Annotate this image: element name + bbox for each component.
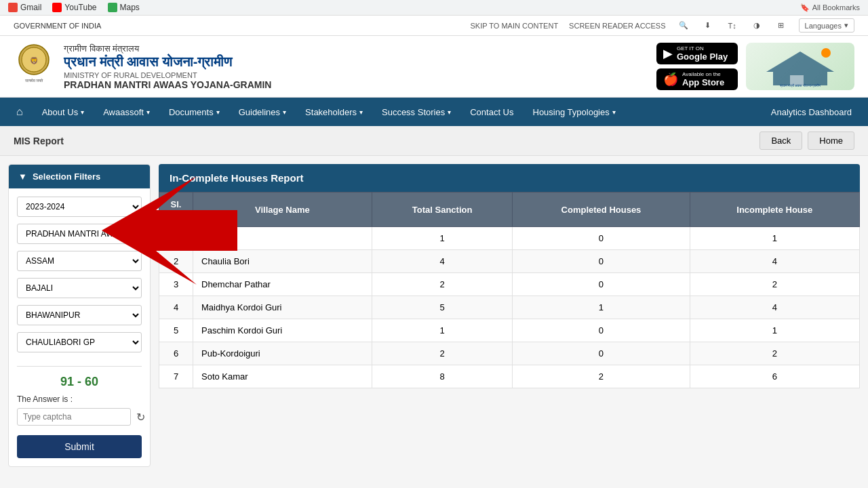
nav-contact-us[interactable]: Contact Us	[460, 99, 523, 125]
col-completed: Completed Houses	[513, 192, 690, 227]
submit-button[interactable]: Submit	[17, 435, 142, 458]
cell-incomplete: 6	[690, 365, 860, 388]
col-village: Village Name	[193, 192, 372, 227]
gmail-tab[interactable]: Gmail	[8, 3, 41, 12]
header-right: ▶ GET IT ON Google Play 🍎 Available on t…	[656, 43, 854, 90]
gp-select[interactable]: CHAULIABORI GP	[17, 332, 142, 352]
main-nav: ⌂ About Us ▾ Awaassoft ▾ Documents ▾ Gui…	[0, 98, 868, 126]
guidelines-arrow: ▾	[283, 108, 286, 116]
nav-stakeholders-label: Stakeholders	[305, 107, 357, 117]
block-select[interactable]: BHAWANIPUR	[17, 305, 142, 325]
search-icon[interactable]: 🔍	[677, 19, 690, 33]
screen-reader-access[interactable]: SCREEN READER ACCESS	[569, 22, 665, 30]
download-icon[interactable]: ⬇	[701, 19, 715, 33]
cell-incomplete: 4	[690, 296, 860, 319]
skip-to-main[interactable]: SKIP TO MAIN CONTENT	[471, 22, 559, 30]
maps-favicon	[108, 3, 117, 12]
cell-incomplete: 1	[690, 227, 860, 250]
cell-sl: 5	[159, 319, 193, 342]
cell-village: Pub-Kordoiguri	[193, 342, 372, 365]
nav-analytics[interactable]: Analytics Dashboard	[762, 99, 861, 125]
sitemap-icon[interactable]: ⊞	[774, 19, 788, 33]
year-select[interactable]: 2023-2024	[17, 197, 142, 217]
nav-success-stories[interactable]: Success Stories ▾	[372, 99, 460, 125]
google-play-icon: ▶	[663, 46, 673, 61]
scheme-select[interactable]: PRADHAN MANTRI AW...	[17, 224, 142, 244]
cell-incomplete: 2	[690, 273, 860, 296]
maps-tab[interactable]: Maps	[108, 3, 140, 12]
cell-village: Dhemchar Pathar	[193, 273, 372, 296]
cell-total: 1	[372, 227, 513, 250]
bookmarks-button[interactable]: 🔖 All Bookmarks	[800, 3, 860, 12]
nav-housing-typologies[interactable]: Housing Typologies ▾	[524, 99, 625, 125]
table-row: 2 Chaulia Bori 4 0 4	[159, 250, 860, 273]
housing-typologies-arrow: ▾	[612, 108, 616, 116]
cell-total: 8	[372, 365, 513, 388]
nav-guidelines-label: Guidelines	[239, 107, 280, 117]
cell-total: 5	[372, 296, 513, 319]
cell-total: 1	[372, 319, 513, 342]
site-header: 🦁 सत्यमेव जयते ग्रामीण विकास मंत्रालय प्…	[0, 36, 868, 98]
cell-incomplete: 2	[690, 342, 860, 365]
table-row: 6 Pub-Kordoiguri 2 0 2	[159, 342, 860, 365]
gmail-label: Gmail	[20, 3, 41, 12]
captcha-label: The Answer is :	[17, 394, 142, 404]
state-select[interactable]: ASSAM	[17, 251, 142, 271]
app-store-badge[interactable]: 🍎 Available on the App Store	[656, 68, 738, 90]
header-left: 🦁 सत्यमेव जयते ग्रामीण विकास मंत्रालय प्…	[14, 43, 271, 90]
gmail-favicon	[8, 3, 18, 12]
nav-awaassoft[interactable]: Awaassoft ▾	[94, 99, 159, 125]
table-body: 1 Bangti 1 0 1 2 Chaulia Bori 4 0 4 3 Dh…	[159, 227, 860, 388]
table-head: Sl. No. Village Name Total Sanction Comp…	[159, 192, 860, 227]
success-stories-arrow: ▾	[448, 108, 451, 116]
nav-stakeholders[interactable]: Stakeholders ▾	[296, 99, 372, 125]
captcha-input[interactable]	[17, 408, 131, 426]
col-incomplete: Incomplete House	[690, 192, 860, 227]
filter-icon: ▼	[18, 171, 27, 182]
nav-documents[interactable]: Documents ▾	[159, 99, 229, 125]
cell-village: Paschim Kordoi Guri	[193, 319, 372, 342]
table-row: 4 Maidhya Kordoi Guri 5 1 4	[159, 296, 860, 319]
main-title: प्रधान मंत्री आवास योजना-ग्रामीण	[64, 54, 271, 70]
cell-village: Chaulia Bori	[193, 250, 372, 273]
nav-about-us[interactable]: About Us ▾	[33, 99, 94, 125]
cell-sl: 4	[159, 296, 193, 319]
nav-guidelines[interactable]: Guidelines ▾	[229, 99, 296, 125]
font-size-icon[interactable]: T↕	[726, 19, 739, 33]
refresh-icon[interactable]: ↻	[136, 411, 145, 424]
cell-completed: 0	[513, 227, 690, 250]
languages-label: Languages	[805, 22, 842, 30]
table-header: In-Complete Houses Report	[159, 164, 860, 192]
table-section: In-Complete Houses Report Sl. No. Villag…	[159, 164, 860, 467]
cell-completed: 2	[513, 365, 690, 388]
bookmarks-label: All Bookmarks	[812, 3, 860, 12]
youtube-tab[interactable]: YouTube	[52, 3, 96, 12]
nav-awaassoft-label: Awaassoft	[103, 107, 144, 117]
district-select[interactable]: BAJALI	[17, 278, 142, 298]
col-total: Total Sanction	[372, 192, 513, 227]
google-play-badge[interactable]: ▶ GET IT ON Google Play	[656, 43, 738, 64]
top-links: SKIP TO MAIN CONTENT SCREEN READER ACCES…	[471, 18, 854, 33]
cell-total: 2	[372, 342, 513, 365]
mis-title: MIS Report	[14, 136, 64, 146]
browser-tab-bar: Gmail YouTube Maps 🔖 All Bookmarks	[0, 0, 868, 16]
ministry-label: MINISTRY OF RURAL DEVELOPMENT	[64, 71, 271, 79]
cell-sl: 7	[159, 365, 193, 388]
mis-btn-group: Back Home	[760, 131, 854, 150]
nav-housing-typologies-label: Housing Typologies	[533, 107, 610, 117]
contrast-icon[interactable]: ◑	[750, 19, 764, 33]
sidebar-body: 2023-2024 PRADHAN MANTRI AW... ASSAM BAJ…	[9, 188, 150, 466]
sidebar: ▼ Selection Filters 2023-2024 PRADHAN MA…	[8, 164, 151, 467]
back-button[interactable]: Back	[760, 131, 802, 150]
nav-about-us-label: About Us	[42, 107, 78, 117]
home-button[interactable]: Home	[808, 131, 854, 150]
apple-icon: 🍎	[663, 72, 678, 87]
languages-button[interactable]: Languages ▾	[799, 18, 854, 33]
table-row: 5 Paschim Kordoi Guri 1 0 1	[159, 319, 860, 342]
mis-bar: MIS Report Back Home	[0, 126, 868, 156]
cell-sl: 2	[159, 250, 193, 273]
nav-home[interactable]: ⌂	[7, 98, 33, 126]
cell-village: Bangti	[193, 227, 372, 250]
cell-total: 4	[372, 250, 513, 273]
svg-text:सत्यमेव जयते: सत्यमेव जयते	[24, 78, 44, 83]
